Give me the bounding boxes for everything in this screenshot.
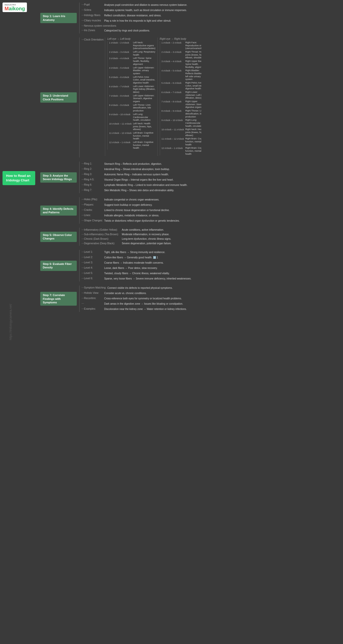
step5-chronic: Chronic (Dark Brown): Long-term dysfunct… <box>82 237 199 240</box>
step5-degenerative: Degenerative (Deep Black): Severe degene… <box>82 241 199 245</box>
step7-section: Step 7: Correlate Findings with Symptoms… <box>40 286 199 312</box>
step2-box: Step 2: Understand Clock Positions <box>40 92 77 103</box>
step3-ring7: Ring 7: Skin Metabolic Ring – Shows skin… <box>82 188 199 192</box>
step5-box: Step 5: Observe Color Changes <box>40 232 77 242</box>
left-clock-3: 3 o'clock – 4 o'clock Left Thorax: Spine… <box>109 57 155 66</box>
step3-ring6: Ring 6: Lymphatic Metabolic Ring – Linke… <box>82 183 199 187</box>
step1-box: Step 1: Learn Iris Anatomy <box>40 13 77 23</box>
step6-level3: Level 3: Coarse fibers → Indicates moder… <box>82 260 199 265</box>
watermark: https://iridologycamera.net/ <box>9 304 12 340</box>
step4-section: Step 4: Identify Defects and Patterns Ho… <box>40 197 199 224</box>
left-clock-9: 9 o'clock – 10 o'clock Left Lung: Cardio… <box>109 113 155 122</box>
step4-holes: Holes (Pits): Indicate congenital or chr… <box>82 197 199 202</box>
right-clock-10: 10 o'clock – 11 o'clock Right Neck: Heal… <box>162 128 201 137</box>
step1-branch-nervous: Nervous system connections <box>82 24 199 27</box>
step7-reconfirm: Reconfirm: Cross-reference both eyes for… <box>82 296 199 300</box>
logo: INDUSTRY Maikong <box>3 3 27 12</box>
right-clock-2: 2 o'clock – 3 o'clock Right Throat: Heal… <box>162 51 201 59</box>
step6-section: Step 6: Evaluate Fiber Density Level 1: … <box>40 250 199 281</box>
right-clock-3: 3 o'clock – 4 o'clock Right Upper Back: … <box>162 60 201 69</box>
step6-level5: Level 5: Twisted, cloudy fibers → Chroni… <box>82 271 199 275</box>
step5-sub-inflammatory: Sub-inflammatory (Tea Brown): Moderate i… <box>82 232 199 236</box>
right-clock-9: 9 o'clock – 10 o'clock Right Lung: Cardi… <box>162 119 201 128</box>
left-eye-label: Left eye → Left body <box>107 37 155 40</box>
step4-plaques: Plaques: Suggest toxin buildup or oxygen… <box>82 203 199 207</box>
step7-holistic: Holistic View: Consider acute vs. chroni… <box>82 291 199 295</box>
logo-aikong: aikong <box>9 6 25 11</box>
right-clock-11: 11 o'clock – 12 o'clock Right Brain: Cog… <box>162 137 201 146</box>
right-clock-4: 4 o'clock – 5 o'clock Right Bladder: Ref… <box>162 69 201 81</box>
step2-clock-orientation: Clock Orientation: Left eye → Left body … <box>82 37 201 156</box>
step6-level4: Level 4: Loose, dark fibers → Poor detox… <box>82 266 199 270</box>
left-clock-11: 11 o'clock – 12 o'clock Left Brain: Cogn… <box>109 132 155 140</box>
step4-cracks: Cracks: Linked to chronic tissue degener… <box>82 208 199 212</box>
left-clock-8: 8 o'clock – 9 o'clock Left Thorax: Liver… <box>109 104 155 112</box>
step5-inflammatory: Inflammatory (Golden Yellow): Acute cond… <box>82 228 199 231</box>
step1-section: Step 1: Learn Iris Anatomy Pupil Analyse… <box>40 3 199 33</box>
step3-ring3: Ring 3: Autonomic Nerve Ring – Indicates… <box>82 172 199 176</box>
step6-box: Step 6: Evaluate Fiber Density <box>40 261 77 271</box>
left-clock-4: 4 o'clock – 5 o'clock Left Upper Abdomen… <box>109 66 155 75</box>
right-clock-5: 5 o'clock – 6 o'clock Right Pelvic Area:… <box>162 82 201 90</box>
step4-lines: Lines: Indicate allergies, metabolic imb… <box>82 213 199 217</box>
left-clock-5: 5 o'clock – 6 o'clock Left Pelvic Area: … <box>109 76 155 85</box>
step7-symptom: Symptom Matching: Connect visible iris d… <box>82 286 199 290</box>
step7-dark-areas: Dark areas in the digestive zone → Issue… <box>82 301 199 306</box>
step3-ring45: Ring 4-5: Visceral Organ Rings – Interna… <box>82 177 199 182</box>
step3-ring1: Ring 1: Stomach Ring – Reflects acid pro… <box>82 162 199 166</box>
step3-box: Step 3: Analyze the Seven Iridology Ring… <box>40 172 77 183</box>
step4-box: Step 4: Identify Defects and Patterns <box>40 206 77 216</box>
left-clock-10: 10 o'clock – 11 o'clock Left Neck: Healt… <box>109 122 155 131</box>
right-eye-label: Right eye → Right body <box>160 37 201 40</box>
step7-box: Step 7: Correlate Findings with Symptoms <box>40 292 77 306</box>
right-clock-8: 8 o'clock – 9 o'clock Right Thorax: Live… <box>162 109 201 118</box>
step6-level2: Level 2: Cotton-like fibers → Generally … <box>82 255 199 259</box>
step7-examples: Examples: Discoloration near the kidney … <box>82 307 199 311</box>
step6-level1: Level 1: Tight, silk-like fibers → Stron… <box>82 250 199 254</box>
step6-level6: Level 6: Sparse, very loose fibers → Sev… <box>82 276 199 280</box>
step1-branch-fibers: Iridology fibers Reflect constitution, d… <box>82 13 199 17</box>
left-clock-2: 2 o'clock – 3 o'clock Left Lung: Respira… <box>109 51 155 56</box>
step1-branch-pupil: Pupil Analyses pupil constriction and di… <box>82 3 199 7</box>
right-clock-12: 12 o'clock – 1 o'clock Right Brain: Cogn… <box>162 147 201 155</box>
step3-ring2: Ring 2: Intestinal Ring – Shows intestin… <box>82 167 199 171</box>
right-clock-6: 6 o'clock – 7 o'clock Right Lower Abdome… <box>162 91 201 100</box>
step4-shape: Shape Changes: Twists or distortions ref… <box>82 218 199 223</box>
left-clock-12: 12 o'clock – 1 o'clock Left Brain: Cogni… <box>109 141 155 150</box>
step1-branch-sclera: Sclera Indicates systemic health, such a… <box>82 8 199 12</box>
right-clock-1: 1 o'clock – 2 o'clock Right Face: Reprod… <box>162 41 201 50</box>
left-clock-6: 6 o'clock – 7 o'clock Left Lower Abdomen… <box>109 85 155 94</box>
right-clock-7: 7 o'clock – 8 o'clock Right Upper Abdome… <box>162 100 201 109</box>
step1-branch-zones: Iris Zones Categorized by rings and cloc… <box>82 28 199 32</box>
left-clock-7: 7 o'clock – 8 o'clock Left Upper Abdomen… <box>109 94 155 103</box>
title-box: How to Read an Iridology Chart <box>3 171 35 185</box>
step5-section: Step 5: Observe Color Changes Inflammato… <box>40 228 199 246</box>
step2-section: Step 2: Understand Clock Positions Clock… <box>40 37 199 157</box>
step3-section: Step 3: Analyze the Seven Iridology Ring… <box>40 162 199 193</box>
step1-branch-ciliary: Ciliary muscles Play a role in how the i… <box>82 18 199 23</box>
left-clock-1: 1 o'clock – 2 o'clock Left Neck: Reprodu… <box>109 41 155 50</box>
logo-m: M <box>5 6 9 11</box>
